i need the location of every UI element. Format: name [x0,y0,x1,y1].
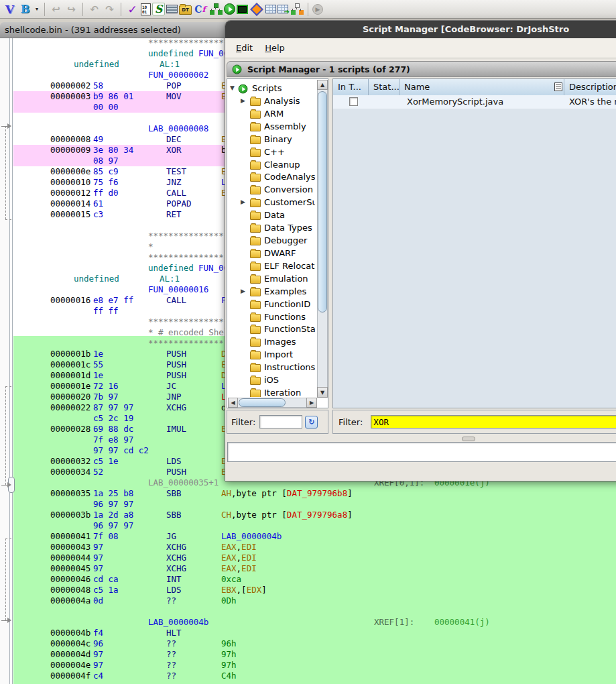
function-graph-icon[interactable]: C [193,2,207,16]
column-description[interactable]: Description [564,79,616,95]
listing-line[interactable]: 0000003b1a 2d a8SBBCH,byte ptr [DAT_9797… [0,510,616,520]
listing-line[interactable]: 96 97 97 [0,520,616,531]
address: 00000045 [50,563,90,574]
v-letter-icon[interactable]: V [3,2,17,16]
scroll-down-button[interactable]: ▼ [317,387,328,398]
in-tool-checkbox[interactable] [349,97,358,106]
mnemonic: SBB [166,510,182,520]
tree-item-ios[interactable]: iOS [228,374,315,386]
symbol-table-tree-icon[interactable] [290,2,304,16]
tree-item-import[interactable]: Import [228,348,315,361]
tree-item-images[interactable]: Images [228,335,315,348]
memory-chip-icon[interactable] [237,5,248,14]
tree-item-examples[interactable]: ▶Examples [228,285,315,298]
listing-line[interactable]: 0000004bf4HLT [0,628,616,638]
tree-item-cleanup[interactable]: Cleanup [228,158,315,171]
script-table-row[interactable]: XorMemoryScript.java XOR's the m [333,95,616,109]
tree-item-functionsta[interactable]: FunctionSta [228,323,315,335]
listing-line[interactable]: 0000004c96??96h [0,638,616,649]
rerun-last-script-icon: ▶ [312,4,323,15]
scroll-left-button[interactable]: ◀ [228,398,238,408]
tree-item-instructions[interactable]: Instructions [228,361,315,374]
listing-line[interactable]: 00000046cd caINT0xca [0,574,616,585]
operand-part: , [231,510,237,520]
script-s-icon[interactable]: S [152,3,165,15]
tree-item-codeanalysi[interactable]: CodeAnalysi [228,170,315,183]
listing-line[interactable]: 0000004e97??97h [0,660,616,671]
validate-check-icon[interactable]: ✓ [125,2,139,16]
listing-line[interactable]: 0000004597XCHGEAX,EDI [0,563,616,574]
tree-hscrollbar-thumb[interactable] [239,398,286,407]
scroll-up-button[interactable]: ▲ [317,80,328,90]
tree-item-label: Emulation [264,272,308,285]
tree-item-elf-relocati[interactable]: ELF Relocati [228,260,315,272]
listing-line[interactable]: 0000004497XCHGEAX,EDI [0,553,616,563]
column-in-tool[interactable]: In T... [333,79,369,95]
split-pane-handle[interactable] [462,437,475,441]
script-manager-title-bar[interactable]: Script Manager [CodeBrowser: DrJoshStro [225,21,616,38]
symbol-tree-icon[interactable] [208,2,223,16]
listing-line[interactable]: 0000004397XCHGEAX,EDI [0,542,616,553]
b-letter-icon[interactable]: B [18,2,32,16]
tree-item-data[interactable]: Data [228,209,315,221]
tree-item-c-[interactable]: C++ [228,146,315,158]
menu-help[interactable]: Help [259,41,290,55]
tree-item-label: iOS [264,374,279,386]
data-type-manager-icon[interactable]: DT [179,5,192,15]
binary-bytes-icon[interactable]: 10 01 [141,3,151,15]
listing-line[interactable]: 0000004fc4??C4h [0,671,616,681]
listing-line[interactable]: 000000417f 08JGLAB_0000004b [0,531,616,542]
table-export-icon[interactable] [278,5,288,13]
tree-item-arm[interactable]: ARM [228,107,315,120]
menu-edit[interactable]: Edit [231,41,258,55]
tree-item-conversion[interactable]: Conversion [228,183,315,196]
column-status[interactable]: Stat... [369,79,399,95]
expander-icon[interactable]: ▶ [241,285,245,298]
listing-line[interactable]: 0000004a0d??0Dh [0,595,616,606]
table-filter-input[interactable] [371,415,616,429]
label: LAB_00000008 [148,123,208,134]
expander-icon[interactable]: ▶ [241,196,245,209]
b-dropdown-caret-icon[interactable]: ▾ [34,2,40,16]
nav-out-icon: ↪ [64,2,78,16]
listing-line[interactable]: 000000351a 25 b8SBBAH,byte ptr [DAT_9797… [0,488,616,499]
name-column-sort-icon[interactable] [554,82,562,91]
tree-item-analysis[interactable]: ▶Analysis [228,95,315,107]
table-view-icon[interactable] [265,5,276,13]
run-script-icon[interactable] [224,3,235,15]
script-description-textarea[interactable] [227,442,616,462]
listing-line[interactable]: 96 97 97 [0,499,616,510]
tree-item-scripts[interactable]: ▼Scripts [228,82,315,95]
diamond-icon[interactable] [250,3,263,16]
column-name[interactable]: Name [399,79,564,95]
byte-values: c3 [93,209,103,220]
memory-map-icon[interactable] [166,5,178,13]
tree-item-data-types[interactable]: Data Types [228,221,315,234]
tree-item-dwarf[interactable]: DWARF [228,247,315,260]
tree-item-customersu[interactable]: ▶CustomerSu [228,196,315,209]
tree-item-emulation[interactable]: Emulation [228,272,315,285]
tree-item-label: Examples [264,285,306,298]
tree-item-iteration[interactable]: Iteration [228,386,315,397]
folder-icon [250,98,261,106]
expander-icon[interactable]: ▶ [241,95,245,107]
tree-scrollbar-thumb[interactable] [318,91,327,312]
tree-item-functions[interactable]: Functions [228,310,315,323]
operand-part: CH [221,510,231,520]
listing-line[interactable]: LAB_0000004bXREF[1]:00000041(j) [0,617,616,628]
tree-item-functionid[interactable]: FunctionID [228,298,315,310]
expander-icon[interactable]: ▼ [230,82,235,95]
listing-line[interactable]: 0000004d97??97h [0,649,616,660]
filter-options-icon[interactable]: ↻ [305,416,318,429]
tree-item-debugger[interactable]: Debugger [228,234,315,247]
tree-item-assembly[interactable]: Assembly [228,120,315,133]
operand: EBX,[EDX] [221,585,267,595]
mnemonic: ?? [166,660,176,671]
byte-values: 0d [93,595,103,606]
address: 0000004e [50,660,90,671]
tree-item-binary[interactable]: Binary [228,133,315,146]
listing-line[interactable]: 00000048c5 1aLDSEBX,[EDX] [0,585,616,595]
listing-text: 97h [221,649,237,660]
tree-filter-input[interactable] [259,415,302,429]
scroll-right-button[interactable]: ▶ [306,398,317,408]
